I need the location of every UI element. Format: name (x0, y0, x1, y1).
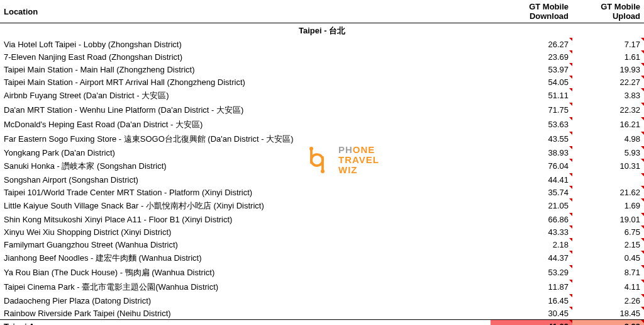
cell-location: Taipei Main Station - Main Hall (Zhongzh… (0, 63, 491, 76)
cell-upload: 1.61 (572, 50, 644, 63)
cell-location: Taipei 101/World Trade Center MRT Statio… (0, 186, 491, 198)
cell-upload: 1.69 (572, 198, 644, 213)
cell-download: 43.33 (491, 225, 572, 238)
avg-download: 41.09 (491, 320, 572, 326)
table-row: McDonald's Heping East Road (Da'an Distr… (0, 117, 644, 132)
cell-location: Little Kaiyue South Village Snack Bar - … (0, 198, 491, 213)
cell-upload: 0.45 (572, 251, 644, 265)
cell-upload: 22.27 (572, 76, 644, 88)
cell-download: 53.63 (491, 117, 572, 132)
cell-upload: 8.71 (572, 265, 644, 280)
cell-download: 43.55 (491, 132, 572, 146)
cell-location: Jianhong Beef Noodles - 建宏牛肉麵 (Wanhua Di… (0, 251, 491, 265)
table-row: Taipei Main Station - Main Hall (Zhongzh… (0, 63, 644, 76)
cell-upload: 10.31 (572, 159, 644, 173)
cell-download: 76.04 (491, 159, 572, 173)
table-row: Taipei 101/World Trade Center MRT Statio… (0, 186, 644, 198)
avg-label: Taipei Average (0, 320, 491, 326)
cell-download: 2.18 (491, 238, 572, 251)
cell-upload: 3.83 (572, 88, 644, 103)
cell-location: Via Hotel Loft Taipei - Lobby (Zhongshan… (0, 38, 491, 50)
col-download: GT Mobile Download (491, 0, 572, 23)
cell-download: 30.45 (491, 307, 572, 320)
table-row: Little Kaiyue South Village Snack Bar - … (0, 198, 644, 213)
average-row: Taipei Average41.099.99 (0, 320, 644, 326)
cell-upload: 2.15 (572, 238, 644, 251)
table-row: Sanuki Honka - 讚岐本家 (Songshan District)7… (0, 159, 644, 173)
table-row: Taipei Main Station - Airport MRT Arriva… (0, 76, 644, 88)
table-header-row: Location GT Mobile Download GT Mobile Up… (0, 0, 644, 23)
cell-location: Ya Rou Bian (The Duck House) - 鴨肉扁 (Wanh… (0, 265, 491, 280)
cell-location: Songshan Airport (Songshan District) (0, 173, 491, 186)
cell-download: 26.27 (491, 38, 572, 50)
table-row: Ya Rou Bian (The Duck House) - 鴨肉扁 (Wanh… (0, 265, 644, 280)
col-upload: GT Mobile Upload (572, 0, 644, 23)
table-row: Shin Kong Mitsukoshi Xinyi Place A11 - F… (0, 213, 644, 225)
cell-location: Shin Kong Mitsukoshi Xinyi Place A11 - F… (0, 213, 491, 225)
table-row: Jianhong Beef Noodles - 建宏牛肉麵 (Wanhua Di… (0, 251, 644, 265)
cell-download: 51.11 (491, 88, 572, 103)
cell-download: 38.93 (491, 146, 572, 159)
table-row: 7-Eleven Nanjing East Road (Zhongshan Di… (0, 50, 644, 63)
cell-upload (572, 173, 644, 186)
cell-upload: 16.21 (572, 117, 644, 132)
cell-location: Rainbow Riverside Park Taipei (Neihu Dis… (0, 307, 491, 320)
cell-upload: 6.75 (572, 225, 644, 238)
cell-location: Xinyu Wei Xiu Shopping District (Xinyi D… (0, 225, 491, 238)
table-row: Familymart Guangzhou Street (Wanhua Dist… (0, 238, 644, 251)
cell-location: Familymart Guangzhou Street (Wanhua Dist… (0, 238, 491, 251)
avg-upload: 9.99 (572, 320, 644, 326)
table-row: Via Hotel Loft Taipei - Lobby (Zhongshan… (0, 38, 644, 50)
cell-upload: 22.32 (572, 103, 644, 117)
table-row: Rainbow Riverside Park Taipei (Neihu Dis… (0, 307, 644, 320)
cell-location: Taipei Main Station - Airport MRT Arriva… (0, 76, 491, 88)
cell-download: 16.45 (491, 294, 572, 307)
cell-download: 35.74 (491, 186, 572, 198)
section-title: Taipei - 台北 (0, 23, 644, 38)
cell-upload: 4.98 (572, 132, 644, 146)
cell-download: 44.41 (491, 173, 572, 186)
cell-upload: 2.26 (572, 294, 644, 307)
table-row: Taipei Cinema Park - 臺北市電影主題公園(Wanhua Di… (0, 280, 644, 294)
cell-upload: 19.01 (572, 213, 644, 225)
table-row: Airbnb Fuyang Street (Da'an District - 大… (0, 88, 644, 103)
cell-download: 66.86 (491, 213, 572, 225)
cell-download: 54.05 (491, 76, 572, 88)
cell-download: 21.05 (491, 198, 572, 213)
cell-location: Yongkang Park (Da'an District) (0, 146, 491, 159)
section-header-row: Taipei - 台北 (0, 23, 644, 38)
cell-upload: 18.45 (572, 307, 644, 320)
cell-download: 53.29 (491, 265, 572, 280)
speed-test-table: Location GT Mobile Download GT Mobile Up… (0, 0, 644, 325)
cell-location: Far Eastern Sogo Fuxing Store - 遠東SOGO台北… (0, 132, 491, 146)
cell-download: 71.75 (491, 103, 572, 117)
cell-location: 7-Eleven Nanjing East Road (Zhongshan Di… (0, 50, 491, 63)
cell-location: Da'an MRT Station - Wenhu Line Platform … (0, 103, 491, 117)
table-row: Songshan Airport (Songshan District)44.4… (0, 173, 644, 186)
cell-location: Airbnb Fuyang Street (Da'an District - 大… (0, 88, 491, 103)
table-row: Far Eastern Sogo Fuxing Store - 遠東SOGO台北… (0, 132, 644, 146)
table-row: Da'an MRT Station - Wenhu Line Platform … (0, 103, 644, 117)
cell-download: 53.97 (491, 63, 572, 76)
table-row: Xinyu Wei Xiu Shopping District (Xinyi D… (0, 225, 644, 238)
col-location: Location (0, 0, 491, 23)
cell-download: 11.87 (491, 280, 572, 294)
table-row: Yongkang Park (Da'an District)38.935.93 (0, 146, 644, 159)
cell-upload: 5.93 (572, 146, 644, 159)
table-row: Dadaocheng Pier Plaza (Datong District)1… (0, 294, 644, 307)
cell-download: 44.37 (491, 251, 572, 265)
cell-upload: 4.11 (572, 280, 644, 294)
cell-location: Dadaocheng Pier Plaza (Datong District) (0, 294, 491, 307)
cell-upload: 21.62 (572, 186, 644, 198)
cell-upload: 19.93 (572, 63, 644, 76)
cell-upload: 7.17 (572, 38, 644, 50)
cell-download: 23.69 (491, 50, 572, 63)
cell-location: McDonald's Heping East Road (Da'an Distr… (0, 117, 491, 132)
cell-location: Taipei Cinema Park - 臺北市電影主題公園(Wanhua Di… (0, 280, 491, 294)
cell-location: Sanuki Honka - 讚岐本家 (Songshan District) (0, 159, 491, 173)
